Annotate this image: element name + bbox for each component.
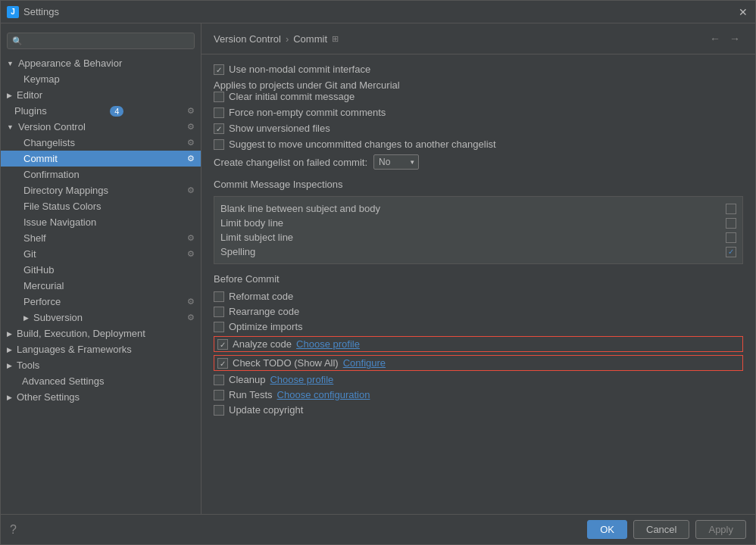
git-gear: ⚙: [187, 249, 195, 259]
checkbox-suggest-move[interactable]: [214, 139, 224, 150]
link-choose-profile-cleanup[interactable]: Choose profile: [270, 374, 333, 385]
sidebar-label-vc: Version Control: [18, 121, 86, 132]
nonmodal-note: Applies to projects under Git and Mercur…: [214, 79, 743, 91]
inspection-row-blank: Blank line between subject and body: [220, 201, 736, 216]
checkbox-update-copyright[interactable]: [214, 405, 224, 416]
sidebar-label-file-status: File Status Colors: [23, 201, 102, 212]
sidebar-item-commit[interactable]: Commit ⚙: [1, 151, 201, 167]
expand-arrow: ▼: [7, 60, 14, 67]
inspection-label-spelling: Spelling: [220, 246, 255, 257]
link-choose-config-tests[interactable]: Choose configuration: [277, 389, 370, 400]
checkbox-clear-commit[interactable]: [214, 92, 224, 102]
inspection-check-blank[interactable]: [726, 204, 736, 214]
plugins-badge: 4: [110, 106, 123, 117]
sidebar-label-shelf: Shelf: [23, 232, 46, 244]
sidebar-item-other-settings[interactable]: ▶ Other Settings: [1, 389, 201, 405]
checkbox-rearrange[interactable]: [214, 307, 224, 317]
checkbox-todo[interactable]: [217, 358, 228, 369]
inspection-label-body: Limit body line: [220, 217, 283, 229]
label-clear-commit: Clear initial commit message: [229, 91, 355, 102]
link-configure-todo[interactable]: Configure: [343, 357, 386, 369]
sidebar-label-other: Other Settings: [17, 391, 80, 403]
label-suggest-move: Suggest to move uncommitted changes to a…: [229, 139, 496, 150]
sidebar-item-appearance[interactable]: ▼ Appearance & Behavior: [1, 55, 201, 71]
sidebar-item-editor[interactable]: ▶ Editor: [1, 87, 201, 103]
setting-nonmodal: Use non-modal commit interface: [214, 64, 743, 75]
checkbox-run-tests[interactable]: [214, 390, 224, 400]
before-commit-run-tests: Run Tests Choose configuration: [214, 389, 743, 400]
search-input[interactable]: [26, 36, 189, 46]
inspections-title: Commit Message Inspections: [214, 179, 743, 190]
window-title: Settings: [23, 6, 59, 17]
sidebar-item-changelists[interactable]: Changelists ⚙: [1, 135, 201, 151]
sidebar-item-build[interactable]: ▶ Build, Execution, Deployment: [1, 325, 201, 341]
sidebar-item-git[interactable]: Git ⚙: [1, 246, 201, 262]
breadcrumb: Version Control › Commit ⊞: [214, 33, 702, 45]
sidebar-item-languages[interactable]: ▶ Languages & Frameworks: [1, 341, 201, 357]
main-content: 🔍 ▼ Appearance & Behavior Keymap ▶ Edito…: [1, 23, 755, 514]
breadcrumb-icon: ⊞: [332, 34, 339, 44]
label-show-unversioned: Show unversioned files: [229, 123, 330, 134]
sidebar-item-directory-mappings[interactable]: Directory Mappings ⚙: [1, 182, 201, 198]
sidebar-item-keymap[interactable]: Keymap: [1, 71, 201, 87]
label-force-nonempty: Force non-empty commit comments: [229, 107, 386, 118]
expand-arrow-tools: ▶: [7, 362, 12, 369]
sidebar-item-perforce[interactable]: Perforce ⚙: [1, 294, 201, 310]
footer: ? OK Cancel Apply: [1, 514, 755, 544]
sidebar-item-mercurial[interactable]: Mercurial: [1, 278, 201, 294]
sidebar-item-shelf[interactable]: Shelf ⚙: [1, 230, 201, 246]
sidebar-item-version-control[interactable]: ▼ Version Control ⚙: [1, 119, 201, 135]
sidebar-item-confirmation[interactable]: Confirmation: [1, 167, 201, 182]
sidebar-item-subversion[interactable]: ▶ Subversion ⚙: [1, 310, 201, 325]
inspection-label-blank: Blank line between subject and body: [220, 203, 380, 214]
before-commit-section: Before Commit Reformat code Rearrange co…: [214, 273, 743, 416]
before-commit-optimize: Optimize imports: [214, 321, 743, 332]
close-button[interactable]: ✕: [737, 6, 749, 18]
sidebar-item-file-status-colors[interactable]: File Status Colors: [1, 198, 201, 214]
ok-button[interactable]: OK: [587, 520, 627, 539]
help-icon[interactable]: ?: [10, 523, 17, 537]
inspection-check-body[interactable]: [726, 218, 736, 229]
checkbox-optimize[interactable]: [214, 322, 224, 332]
inspection-row-subject: Limit subject line: [220, 230, 736, 244]
sidebar-item-issue-navigation[interactable]: Issue Navigation: [1, 214, 201, 230]
inspection-check-spelling[interactable]: [726, 247, 736, 257]
dropdown-changelist[interactable]: No Yes Ask: [373, 154, 419, 170]
footer-buttons: OK Cancel Apply: [587, 520, 746, 539]
checkbox-show-unversioned[interactable]: [214, 123, 224, 134]
before-commit-todo-highlighted: Check TODO (Show All) Configure: [214, 355, 743, 371]
inspection-check-subject[interactable]: [726, 232, 736, 243]
sidebar-item-advanced-settings[interactable]: Advanced Settings: [1, 373, 201, 389]
inspection-row-body: Limit body line: [220, 216, 736, 230]
inspection-row-spelling: Spelling: [220, 244, 736, 259]
svn-gear: ⚙: [187, 313, 195, 322]
back-arrow[interactable]: ←: [707, 31, 723, 46]
checkbox-analyze[interactable]: [217, 339, 228, 350]
dropdown-row-changelist: Create changelist on failed commit: No Y…: [214, 154, 743, 170]
label-analyze: Analyze code: [233, 338, 292, 350]
sidebar-label-directory-mappings: Directory Mappings: [23, 185, 108, 196]
breadcrumb-separator: ›: [286, 33, 289, 45]
dir-mappings-gear: ⚙: [187, 185, 195, 195]
expand-arrow-build: ▶: [7, 330, 12, 338]
title-bar-left: J Settings: [7, 6, 59, 18]
checkbox-force-nonempty[interactable]: [214, 107, 224, 118]
sidebar-item-github[interactable]: GitHub: [1, 262, 201, 278]
link-choose-profile-analyze[interactable]: Choose profile: [296, 338, 360, 350]
sidebar-item-tools[interactable]: ▶ Tools: [1, 357, 201, 373]
content-header: Version Control › Commit ⊞ ← →: [201, 23, 755, 54]
checkbox-reformat[interactable]: [214, 291, 224, 302]
sidebar-label-perforce: Perforce: [23, 296, 61, 307]
label-cleanup: Cleanup: [229, 374, 265, 385]
sidebar-item-plugins[interactable]: Plugins 4 ⚙: [1, 103, 201, 119]
search-box[interactable]: 🔍: [7, 33, 195, 49]
label-optimize: Optimize imports: [229, 321, 303, 332]
before-commit-title: Before Commit: [214, 273, 743, 285]
apply-button[interactable]: Apply: [695, 520, 746, 539]
checkbox-cleanup[interactable]: [214, 375, 224, 385]
label-reformat: Reformat code: [229, 291, 293, 302]
cancel-button[interactable]: Cancel: [633, 520, 689, 539]
vc-gear-icon: ⚙: [187, 122, 195, 132]
checkbox-nonmodal[interactable]: [214, 64, 224, 75]
forward-arrow[interactable]: →: [726, 31, 743, 46]
